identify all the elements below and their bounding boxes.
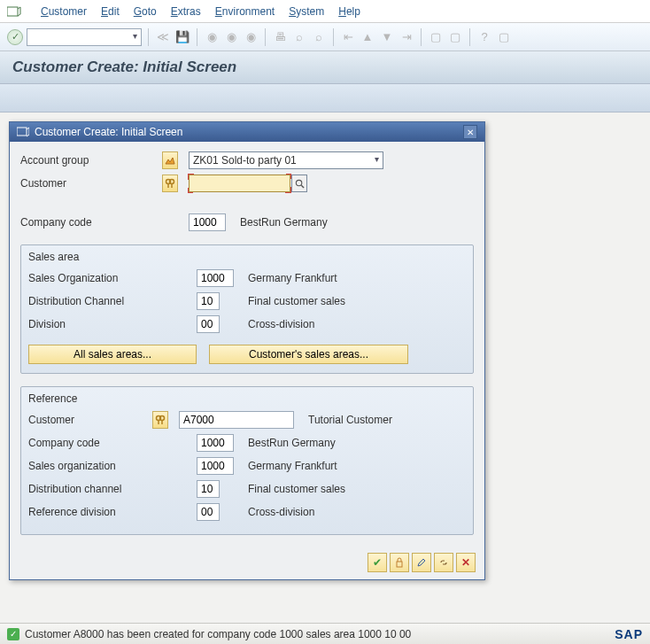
svg-rect-1	[17, 128, 27, 136]
toolbar: ✓ ≪ 💾 ◉ ◉ ◉ 🖶 ⌕ ⌕ ⇤ ▲ ▼ ⇥ ▢ ▢ ? ▢	[0, 23, 650, 51]
edit-button[interactable]	[412, 553, 431, 572]
reference-title: Reference	[28, 392, 466, 405]
modal-title: Customer Create: Initial Screen	[35, 126, 182, 138]
layout-icon[interactable]: ▢	[496, 29, 512, 45]
svg-point-9	[160, 416, 165, 421]
title-band: Customer Create: Initial Screen	[0, 51, 650, 84]
separator	[148, 28, 149, 46]
ref-customer-label: Customer	[28, 414, 152, 426]
ref-sales-org-label: Sales organization	[28, 460, 197, 472]
separator	[333, 28, 334, 46]
print-icon[interactable]: 🖶	[272, 29, 288, 45]
division-desc: Cross-division	[248, 318, 314, 330]
sales-org-input[interactable]	[197, 269, 234, 287]
svg-point-3	[170, 180, 174, 184]
ref-customer-desc: Tutorial Customer	[308, 414, 392, 426]
modal-titlebar: Customer Create: Initial Screen ✕	[10, 122, 484, 142]
sales-area-title: Sales area	[28, 251, 466, 263]
sap-menu-icon[interactable]	[7, 5, 21, 18]
menu-extras[interactable]: Extras	[171, 5, 201, 18]
customer-f4-button[interactable]	[291, 175, 307, 192]
ref-division-desc: Cross-division	[248, 506, 314, 518]
help-icon[interactable]: ?	[476, 29, 492, 45]
sales-org-label: Sales Organization	[28, 272, 197, 284]
ref-dist-channel-label: Distribution channel	[28, 483, 197, 495]
separator	[197, 28, 197, 46]
app-toolbar	[0, 84, 650, 113]
customer-label: Customer	[20, 177, 162, 190]
company-code-desc: BestRun Germany	[240, 216, 328, 229]
page-title: Customer Create: Initial Screen	[12, 58, 638, 76]
last-page-icon[interactable]: ⇥	[399, 29, 414, 45]
company-code-label: Company code	[20, 216, 189, 229]
dist-channel-input[interactable]	[197, 292, 220, 310]
content-area: Customer Create: Initial Screen ✕ Accoun…	[0, 113, 650, 640]
menu-environment[interactable]: Environment	[215, 5, 275, 18]
command-field[interactable]	[27, 28, 142, 46]
company-code-input[interactable]	[189, 213, 226, 231]
sales-area-group: Sales area Sales Organization Germany Fr…	[20, 244, 474, 374]
ref-sales-org-desc: Germany Frankfurt	[248, 460, 337, 472]
account-group-label: Account group	[20, 154, 162, 167]
continue-button[interactable]: ✔	[368, 553, 387, 572]
find-icon[interactable]: ⌕	[291, 29, 307, 45]
menu-system[interactable]: System	[289, 5, 324, 18]
ref-division-label: Reference division	[28, 506, 197, 518]
ref-company-code-desc: BestRun Germany	[248, 437, 336, 449]
link-button[interactable]	[434, 553, 453, 572]
account-group-icon-button[interactable]	[162, 151, 178, 169]
separator	[469, 28, 470, 46]
new-session-icon[interactable]: ▢	[428, 29, 444, 45]
prev-page-icon[interactable]: ▲	[360, 29, 375, 45]
next-page-icon[interactable]: ▼	[379, 29, 395, 45]
cancel-button[interactable]: ✕	[456, 553, 476, 572]
ref-dist-channel-input[interactable]	[197, 480, 220, 498]
find-next-icon[interactable]: ⌕	[311, 29, 327, 45]
ref-company-code-input[interactable]	[197, 434, 234, 452]
menu-help[interactable]: Help	[338, 5, 360, 18]
separator	[421, 28, 422, 46]
nav-back-icon[interactable]: ◉	[204, 29, 220, 45]
svg-line-7	[301, 185, 304, 188]
ref-dist-channel-desc: Final customer sales	[248, 483, 345, 495]
sales-org-desc: Germany Frankfurt	[248, 272, 337, 284]
ref-division-input[interactable]	[197, 503, 220, 521]
nav-exit-icon[interactable]: ◉	[223, 29, 239, 45]
modal-footer: ✔ ✕	[10, 546, 484, 579]
customer-input-wrap	[189, 175, 290, 192]
sap-logo: SAP	[615, 627, 643, 641]
ref-sales-org-input[interactable]	[197, 457, 234, 475]
lock-button[interactable]	[390, 553, 409, 572]
first-page-icon[interactable]: ⇤	[340, 29, 356, 45]
reference-group: Reference Customer Tutorial Customer Com…	[20, 386, 474, 535]
separator	[265, 28, 266, 46]
division-input[interactable]	[197, 315, 220, 333]
back-icon[interactable]: ≪	[155, 29, 171, 45]
dist-channel-label: Distribution Channel	[28, 295, 197, 307]
menubar: Customer Edit Goto Extras Environment Sy…	[0, 0, 650, 23]
nav-cancel-icon[interactable]: ◉	[243, 29, 259, 45]
customer-sales-areas-button[interactable]: Customer's sales areas...	[209, 345, 408, 364]
customer-input[interactable]	[189, 175, 290, 192]
menu-customer[interactable]: Customer	[41, 5, 87, 18]
dist-channel-desc: Final customer sales	[248, 295, 345, 307]
svg-rect-0	[7, 7, 18, 16]
modal-icon	[17, 127, 29, 137]
account-group-dropdown[interactable]: ZK01 Sold-to party 01	[189, 151, 383, 169]
customer-search-button[interactable]	[162, 175, 178, 192]
modal-close-button[interactable]: ✕	[463, 125, 477, 139]
ref-customer-search-button[interactable]	[152, 411, 168, 429]
menu-edit[interactable]: Edit	[101, 5, 120, 18]
all-sales-areas-button[interactable]: All sales areas...	[28, 345, 197, 364]
statusbar: ✓ Customer A8000 has been created for co…	[0, 623, 650, 644]
division-label: Division	[28, 318, 197, 330]
ref-customer-input[interactable]	[179, 411, 294, 429]
enter-button[interactable]: ✓	[7, 29, 23, 45]
modal-dialog: Customer Create: Initial Screen ✕ Accoun…	[9, 121, 485, 580]
ref-company-code-label: Company code	[28, 437, 197, 449]
shortcut-icon[interactable]: ▢	[447, 29, 463, 45]
svg-rect-12	[397, 562, 402, 567]
save-icon[interactable]: 💾	[174, 29, 190, 45]
menu-goto[interactable]: Goto	[134, 5, 157, 18]
status-success-icon: ✓	[7, 628, 19, 640]
